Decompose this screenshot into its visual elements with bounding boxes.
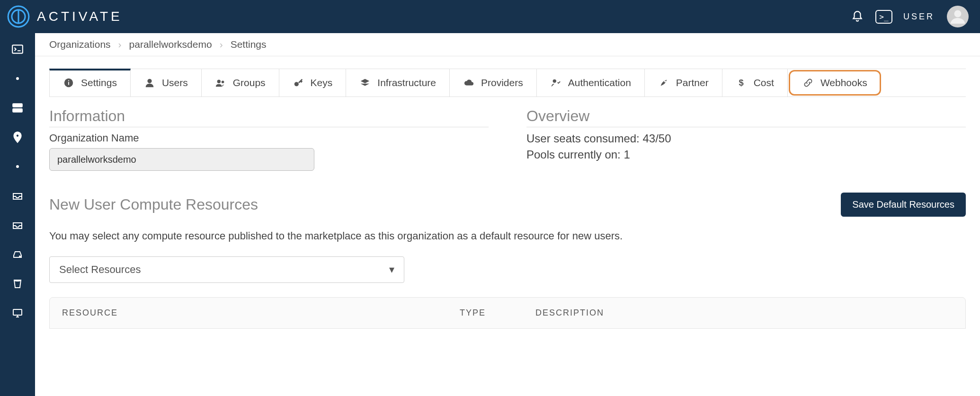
chevron-right-icon: › (220, 39, 223, 50)
brand-logo-icon (6, 4, 31, 29)
body: Organizations › parallelworksdemo › Sett… (0, 33, 980, 396)
svg-rect-11 (68, 80, 69, 81)
tab-keys[interactable]: Keys (279, 69, 347, 97)
group-icon (215, 77, 226, 88)
overview-title: Overview (526, 107, 966, 127)
info-title: Information (49, 107, 489, 127)
app-root: ACTIVATE >_ USER (0, 0, 980, 396)
resources-header: New User Compute Resources Save Default … (49, 193, 966, 217)
overview-pools: Pools currently on: 1 (526, 148, 966, 161)
breadcrumb-item-1[interactable]: parallelworksdemo (129, 39, 212, 50)
resources-hint: You may select any compute resource publ… (49, 230, 966, 242)
sidebar (0, 33, 35, 396)
chevron-down-icon: ▾ (389, 264, 394, 276)
sidebar-dot-2[interactable] (10, 159, 25, 174)
svg-point-7 (19, 256, 20, 257)
tab-label: Users (162, 77, 188, 88)
sidebar-pin-icon[interactable] (10, 130, 25, 145)
topbar-right: >_ USER (850, 6, 969, 27)
breadcrumb-item-0[interactable]: Organizations (49, 39, 111, 50)
svg-rect-8 (13, 309, 22, 315)
select-resources-dropdown[interactable]: Select Resources ▾ (49, 256, 404, 283)
tab-label: Providers (481, 77, 523, 88)
tab-label: Cost (754, 77, 774, 88)
tab-settings[interactable]: Settings (49, 69, 131, 97)
select-placeholder: Select Resources (59, 264, 141, 276)
user-label[interactable]: USER (903, 12, 935, 22)
tab-authentication[interactable]: Authentication (537, 69, 645, 97)
sidebar-monitor-icon[interactable] (10, 306, 25, 321)
svg-rect-4 (13, 104, 22, 107)
sidebar-dot-1[interactable] (10, 71, 25, 86)
info-icon (63, 77, 74, 88)
save-default-resources-button[interactable]: Save Default Resources (841, 193, 966, 217)
two-col: Information Organization Name Overview U… (49, 107, 966, 171)
tab-providers[interactable]: Providers (450, 69, 537, 97)
svg-point-14 (222, 80, 224, 83)
th-description: DESCRIPTION (535, 308, 953, 318)
tab-label: Partner (676, 77, 709, 88)
tab-label: Settings (81, 77, 117, 88)
content: Information Organization Name Overview U… (35, 97, 980, 329)
tabs: Settings Users Groups Keys Infrastructur… (49, 69, 966, 97)
info-section: Information Organization Name (49, 107, 489, 171)
svg-point-16 (552, 79, 556, 83)
sidebar-inbox-icon[interactable] (10, 188, 25, 203)
sidebar-bucket-icon[interactable] (10, 276, 25, 291)
tab-partner[interactable]: Partner (645, 69, 722, 97)
tab-label: Webhooks (820, 77, 867, 88)
tab-users[interactable]: Users (131, 69, 202, 97)
svg-point-6 (16, 134, 19, 138)
auth-icon (550, 77, 561, 88)
breadcrumb: Organizations › parallelworksdemo › Sett… (35, 33, 980, 56)
tab-webhooks[interactable]: Webhooks (789, 70, 881, 96)
svg-text:$: $ (739, 78, 743, 88)
sidebar-drive-icon[interactable] (10, 247, 25, 262)
tab-label: Keys (311, 77, 333, 88)
svg-point-13 (217, 80, 220, 83)
svg-point-17 (664, 80, 666, 82)
terminal-icon[interactable]: >_ (877, 9, 891, 24)
key-icon (293, 77, 304, 88)
resources-table-header: RESOURCE TYPE DESCRIPTION (49, 297, 966, 329)
overview-seats: User seats consumed: 43/50 (526, 132, 966, 145)
svg-point-2 (954, 10, 962, 18)
tab-cost[interactable]: $ Cost (722, 69, 788, 97)
org-name-label: Organization Name (49, 132, 489, 144)
svg-point-15 (294, 82, 298, 86)
tab-label: Infrastructure (377, 77, 436, 88)
svg-rect-3 (12, 45, 23, 53)
avatar[interactable] (947, 6, 969, 27)
th-type: TYPE (460, 308, 535, 318)
bell-icon[interactable] (850, 9, 864, 24)
overview-section: Overview User seats consumed: 43/50 Pool… (526, 107, 966, 171)
breadcrumb-item-2[interactable]: Settings (231, 39, 267, 50)
main: Organizations › parallelworksdemo › Sett… (35, 33, 980, 396)
svg-rect-5 (13, 109, 22, 112)
cloud-icon (463, 77, 474, 88)
th-resource: RESOURCE (62, 308, 460, 318)
topbar: ACTIVATE >_ USER (0, 0, 980, 33)
svg-point-12 (147, 79, 151, 83)
brand-name: ACTIVATE (37, 9, 123, 24)
link-icon (802, 77, 814, 88)
tab-groups[interactable]: Groups (202, 69, 279, 97)
dollar-icon: $ (736, 77, 747, 88)
sidebar-server-icon[interactable] (10, 100, 25, 115)
topbar-left: ACTIVATE (6, 4, 123, 29)
chevron-right-icon: › (118, 39, 122, 50)
tab-label: Groups (233, 77, 266, 88)
sidebar-terminal-icon[interactable] (10, 42, 25, 57)
rocket-icon (658, 77, 669, 88)
user-icon (144, 77, 155, 88)
org-name-input[interactable] (49, 148, 314, 171)
tab-label: Authentication (568, 77, 631, 88)
resources-title: New User Compute Resources (49, 196, 258, 213)
sidebar-inbox2-icon[interactable] (10, 218, 25, 233)
tab-infrastructure[interactable]: Infrastructure (346, 69, 450, 97)
svg-rect-10 (68, 82, 69, 85)
layers-icon (359, 77, 371, 88)
